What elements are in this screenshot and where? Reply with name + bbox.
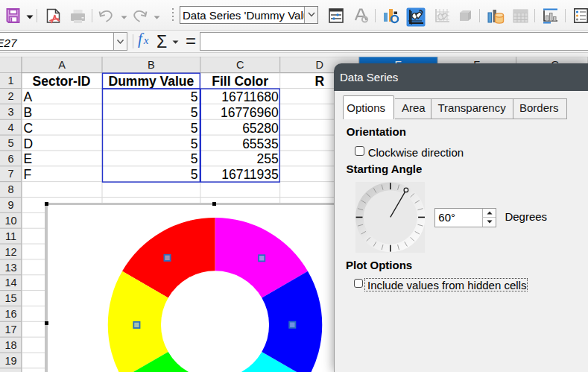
svg-text:E: E <box>24 151 33 166</box>
svg-text:255: 255 <box>257 151 279 166</box>
svg-text:F: F <box>24 167 32 182</box>
svg-text:5: 5 <box>191 121 198 136</box>
svg-text:C: C <box>236 59 244 71</box>
svg-text:A: A <box>58 59 66 71</box>
svg-text:A: A <box>24 89 33 104</box>
svg-text:4: 4 <box>7 122 13 133</box>
svg-text:65535: 65535 <box>242 136 279 151</box>
svg-text:5: 5 <box>7 137 13 149</box>
svg-text:10: 10 <box>4 215 16 227</box>
svg-text:Dummy Value: Dummy Value <box>109 74 195 89</box>
svg-text:7: 7 <box>7 168 13 180</box>
svg-text:5: 5 <box>191 105 198 120</box>
svg-text:5: 5 <box>191 151 198 166</box>
svg-text:9: 9 <box>7 199 13 211</box>
svg-text:3: 3 <box>7 106 13 118</box>
svg-text:D: D <box>24 136 34 151</box>
svg-text:B: B <box>24 105 33 120</box>
svg-text:B: B <box>148 59 155 71</box>
svg-text:13: 13 <box>4 262 16 274</box>
svg-text:2: 2 <box>7 90 13 102</box>
svg-text:R: R <box>314 74 324 89</box>
svg-text:11: 11 <box>5 230 16 242</box>
svg-text:6: 6 <box>7 153 13 165</box>
svg-text:16776960: 16776960 <box>221 105 279 120</box>
svg-text:1: 1 <box>7 75 13 86</box>
svg-text:65280: 65280 <box>242 121 279 136</box>
svg-text:19: 19 <box>4 355 16 367</box>
svg-text:16711680: 16711680 <box>221 89 279 104</box>
svg-text:16: 16 <box>4 308 16 320</box>
svg-text:C: C <box>24 121 34 136</box>
svg-text:18: 18 <box>4 339 16 351</box>
svg-text:Sector-ID: Sector-ID <box>33 74 91 89</box>
svg-text:12: 12 <box>4 246 16 258</box>
svg-text:5: 5 <box>191 167 198 182</box>
svg-text:8: 8 <box>7 183 13 195</box>
svg-text:D: D <box>315 59 323 71</box>
svg-text:15: 15 <box>4 292 16 304</box>
svg-text:17: 17 <box>4 324 16 335</box>
svg-text:5: 5 <box>191 136 198 151</box>
svg-text:5: 5 <box>191 89 198 104</box>
svg-text:14: 14 <box>4 277 16 289</box>
svg-text:16711935: 16711935 <box>221 167 279 182</box>
svg-text:Fill Color: Fill Color <box>212 74 268 89</box>
